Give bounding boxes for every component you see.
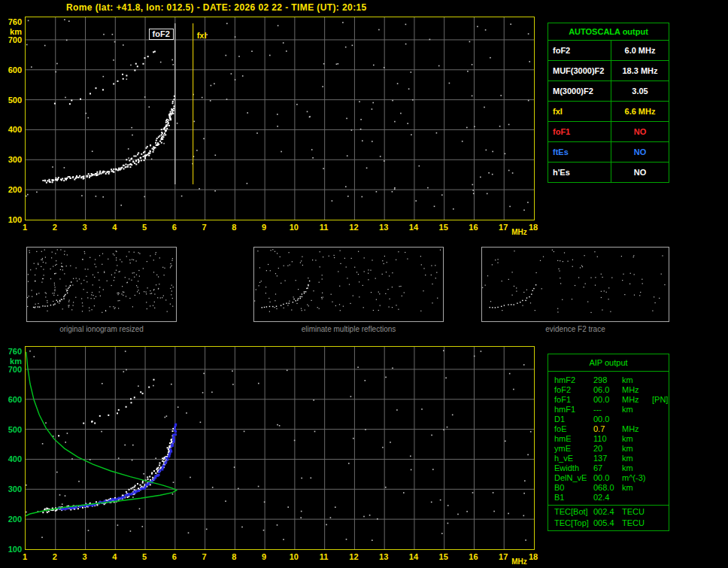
y-axis-tick-label: 500 [0,425,22,434]
aip-param-note [652,518,669,528]
x-axis-tick-label: 10 [286,223,302,232]
autoscala-row: fxI6.6 MHz [548,102,669,122]
x-axis-tick-label: 2 [47,552,63,561]
thumb-caption-original: original ionogram resized [26,325,177,333]
aip-param-unit: km [622,463,652,473]
autoscala-param-label: M(3000)F2 [548,81,611,101]
y-axis-tick-label: 300 [0,155,22,164]
autoscala-param-value: 6.0 MHz [611,41,669,60]
aip-param-value: 0.7 [593,424,622,434]
aip-param-note [652,424,669,434]
x-axis-tick-label: 16 [465,223,481,232]
y-axis-tick-label: 300 [0,484,22,494]
aip-param-unit: km [622,434,652,444]
foF2-marker-label: foF2 [149,29,174,40]
x-axis-tick-label: 6 [166,552,183,561]
autoscala-row: MUF(3000)F218.3 MHz [548,61,669,81]
x-axis-unit-label: MHz [511,557,527,566]
aip-param-unit: MHz [622,424,652,434]
y-axis-tick-label: 700 [0,35,22,44]
aip-row: foE0.7MHz [548,424,669,434]
aip-row: hmF1---km [548,405,669,415]
x-axis-tick-label: 8 [226,223,242,232]
x-axis-tick-label: 2 [47,223,63,232]
x-axis-tick-label: 12 [345,552,362,561]
aip-table-header: AIP output [548,354,669,372]
app-screen: Rome (lat: +41.8, lon: 012.5) - DATE: 20… [0,0,728,568]
aip-param-note [652,405,669,415]
x-axis-tick-label: 17 [495,223,511,232]
autoscala-param-value: NO [611,142,669,162]
aip-param-label: foF2 [548,385,593,395]
x-axis-tick-label: 7 [196,223,213,232]
x-axis-tick-label: 13 [375,223,392,232]
y-axis-tick-label: 500 [0,96,22,105]
x-axis-tick-label: 18 [525,552,541,561]
aip-param-unit: km [622,375,652,385]
aip-row: foF206.0MHz [548,385,669,395]
autoscala-param-value: NO [611,163,669,182]
y-axis-tick-label: 600 [0,65,22,74]
aip-param-value: 06.0 [593,385,622,395]
aip-param-label: D1 [548,415,593,424]
x-axis-tick-label: 14 [405,223,422,232]
thumb-original-ionogram [26,247,177,322]
autoscala-param-label: foF2 [548,41,611,60]
x-axis-tick-label: 8 [226,552,242,561]
aip-param-unit [622,415,652,424]
aip-param-note [652,473,669,483]
aip-param-value: 005.4 [593,518,622,528]
autoscala-param-value: 6.6 MHz [611,102,669,121]
y-axis-tick-label: 760 [0,17,22,26]
autoscala-param-value: 3.05 [611,81,669,101]
aip-param-unit: MHz [622,385,652,395]
x-axis-tick-label: 5 [136,223,153,232]
autoscala-table: AUTOSCALA output foF26.0 MHzMUF(3000)F21… [548,23,669,183]
x-axis-tick-label: 17 [495,552,511,561]
aip-param-value: 00.0 [593,395,622,405]
x-axis-tick-label: 3 [77,552,93,561]
aip-param-value: 02.4 [593,493,622,503]
aip-param-unit: TECU [622,518,652,528]
autoscala-row: M(3000)F23.05 [548,81,669,102]
x-axis-tick-label: 3 [77,223,93,232]
y-axis-tick-label: 700 [0,365,22,374]
thumb-eliminate-reflections [253,247,444,322]
x-axis-tick-label: 9 [256,552,272,561]
autoscala-param-value: 18.3 MHz [611,61,669,80]
aip-table: AIP output hmF2298kmfoF206.0MHzfoF100.0M… [548,354,669,531]
aip-param-note [652,483,669,493]
aip-row: TEC[Top]005.4TECU [548,518,669,528]
y-axis-tick-label: 760 [0,347,22,356]
aip-param-value: 137 [593,454,622,463]
aip-param-label: ymE [548,444,593,454]
aip-param-note [652,507,669,518]
x-axis-tick-label: 5 [136,552,153,561]
y-axis-unit-label: km [0,357,22,366]
aip-param-value: 298 [593,375,622,385]
main-ionogram-plot: foF2 fxI [25,17,535,220]
aip-row: DelN_vE00.0m^(-3) [548,473,669,483]
y-axis-tick-label: 200 [0,185,22,194]
autoscala-param-value: NO [611,122,669,141]
autoscala-row: foF1NO [548,122,669,142]
aip-row: hmF2298km [548,375,669,385]
x-axis-tick-label: 18 [525,223,541,232]
x-axis-tick-label: 1 [17,552,33,561]
x-axis-tick-label: 11 [316,223,332,232]
aip-param-label: foF1 [548,395,593,405]
aip-param-note [652,463,669,473]
x-axis-tick-label: 10 [286,552,302,561]
fxI-marker-label: fxI [197,31,207,40]
x-axis-tick-label: 11 [316,552,332,561]
page-title: Rome (lat: +41.8, lon: 012.5) - DATE: 20… [66,2,367,13]
aip-param-unit: km [622,444,652,454]
x-axis-tick-label: 4 [106,552,123,561]
y-axis-tick-label: 200 [0,515,22,524]
aip-param-unit: km [622,405,652,415]
x-axis-tick-label: 12 [345,223,362,232]
aip-row: Ewidth67km [548,463,669,473]
aip-param-label: B0 [548,483,593,493]
x-axis-unit-label: MHz [511,228,527,237]
aip-row: B0068.0km [548,483,669,493]
